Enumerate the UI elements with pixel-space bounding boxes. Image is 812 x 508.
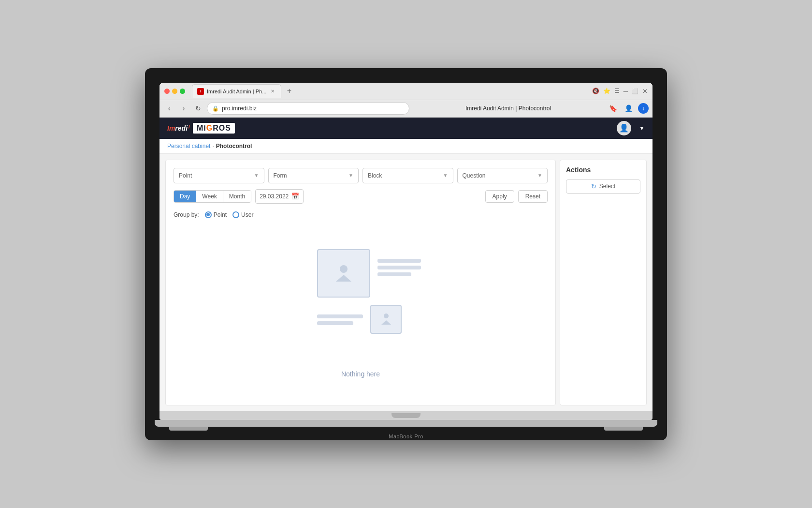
window-bookmark-icon[interactable]: ⭐ [603,88,610,94]
window-minimize-btn[interactable]: ─ [624,88,628,95]
breadcrumb-parent-link[interactable]: Personal cabinet [167,143,210,149]
window-control-icon[interactable]: 🔇 [592,88,599,94]
imredi-brand: Imrediⁱ [167,124,189,132]
apply-button[interactable]: Apply [485,190,514,203]
question-filter-arrow: ▼ [537,173,542,178]
screen-bezel: i Imredi Audit Admin | Ph... ✕ + 🔇 ⭐ ☰ ─… [160,83,652,411]
image-icon-mountain-large [336,275,351,282]
window-close-btn[interactable]: ✕ [642,88,648,95]
browser-titlebar: i Imredi Audit Admin | Ph... ✕ + 🔇 ⭐ ☰ ─… [160,83,652,100]
empty-illustration [303,249,419,356]
profile-icon[interactable]: 👤 [623,103,634,114]
image-placeholder-large [317,249,370,298]
breadcrumb-separator: · [212,143,214,149]
text-line-4 [317,314,363,318]
macbook-label: MacBook Pro [160,431,652,440]
group-by-row: Group by: Point User [174,211,548,218]
forward-button[interactable]: › [178,103,189,114]
image-icon-circle-large [340,265,348,273]
tab-close-button[interactable]: ✕ [269,88,276,95]
filter-row: Point ▼ Form ▼ Block ▼ [174,168,548,183]
actions-sidebar: Actions ↻ Select [560,160,647,405]
empty-state: Nothing here [174,230,548,397]
group-by-user-label: User [241,211,253,218]
form-filter-label: Form [274,172,287,179]
back-button[interactable]: ‹ [163,103,175,114]
group-by-point-label: Point [214,211,227,218]
point-filter-arrow: ▼ [254,173,259,178]
select-icon: ↻ [591,183,596,190]
text-line-1 [377,259,421,263]
macbook-foot-left [169,427,208,431]
lock-icon: 🔒 [212,105,219,112]
reset-button[interactable]: Reset [518,190,548,203]
point-filter[interactable]: Point ▼ [174,168,264,183]
controls-row: Day Week Month 29.03.2022 📅 Apply Reset [174,189,548,204]
minimize-window-button[interactable] [172,89,177,94]
maximize-window-button[interactable] [180,89,185,94]
browser-tab-active[interactable]: i Imredi Audit Admin | Ph... ✕ [192,84,281,98]
url-text: pro.imredi.biz [222,105,257,112]
question-filter[interactable]: Question ▼ [457,168,548,183]
block-filter[interactable]: Block ▼ [362,168,453,183]
block-filter-label: Block [368,172,382,179]
reload-button[interactable]: ↻ [192,103,204,114]
breadcrumb-current: Photocontrol [216,143,252,149]
address-bar[interactable]: 🔒 pro.imredi.biz [207,102,409,115]
page-title-center: Imredi Audit Admin | Photocontrol [412,105,604,112]
migros-brand: MiGROS [193,123,235,134]
macbook-bottom [160,411,652,420]
tab-title: Imredi Audit Admin | Ph... [207,89,266,94]
app-navbar: Imrediⁱ MiGROS 👤 ▼ [160,118,652,139]
new-tab-button[interactable]: + [283,85,295,97]
traffic-lights [164,89,185,94]
tab-favicon: i [197,88,204,95]
browser-page-title: Imredi Audit Admin | Photocontrol [465,105,551,112]
form-filter-arrow: ▼ [348,173,353,178]
text-line-5 [317,321,353,325]
app-content: Imrediⁱ MiGROS 👤 ▼ Personal cabinet [160,118,652,411]
close-window-button[interactable] [164,89,170,94]
block-filter-arrow: ▼ [443,173,448,178]
image-placeholder-small [370,305,402,334]
select-button[interactable]: ↻ Select [566,179,640,194]
bookmark-icon[interactable]: 🔖 [607,103,619,114]
group-by-user-radio[interactable] [232,211,239,218]
window-restore-btn[interactable]: ⬜ [632,88,638,94]
image-icon-large [336,265,351,282]
text-line-2 [377,266,421,269]
group-by-point-option[interactable]: Point [205,211,227,218]
nav-dropdown-arrow[interactable]: ▼ [639,125,645,132]
nothing-here-text: Nothing here [341,370,380,378]
group-by-point-radio[interactable] [205,211,212,218]
date-value: 29.03.2022 [260,193,289,200]
browser-window: i Imredi Audit Admin | Ph... ✕ + 🔇 ⭐ ☰ ─… [160,83,652,411]
macbook-feet [160,427,652,431]
macbook-notch [392,413,420,418]
image-icon-circle-small [384,314,389,318]
macbook-foot-right [604,427,643,431]
view-week-button[interactable]: Week [196,191,223,202]
user-avatar-button[interactable]: 👤 [617,121,631,135]
view-day-button[interactable]: Day [174,191,196,202]
group-by-user-option[interactable]: User [232,211,253,218]
macbook-base [155,420,657,427]
actions-title: Actions [566,166,640,174]
breadcrumb: Personal cabinet · Photocontrol [160,139,652,154]
text-lines-top [377,259,421,276]
group-by-label: Group by: [174,211,199,218]
app-body: Point ▼ Form ▼ Block ▼ [160,154,652,411]
window-menu-icon[interactable]: ☰ [614,88,620,94]
view-toggle-group: Day Week Month [174,190,251,203]
date-picker[interactable]: 29.03.2022 📅 [255,189,304,204]
view-month-button[interactable]: Month [223,191,251,202]
question-filter-label: Question [463,172,486,179]
app-logo: Imrediⁱ MiGROS [167,123,235,134]
macbook-frame: i Imredi Audit Admin | Ph... ✕ + 🔇 ⭐ ☰ ─… [145,68,667,440]
text-line-3 [377,272,411,276]
download-icon[interactable]: ↓ [638,103,649,114]
select-label: Select [599,183,615,190]
point-filter-label: Point [179,172,192,179]
toolbar-right: 🔖 👤 ↓ [607,103,649,114]
form-filter[interactable]: Form ▼ [268,168,359,183]
